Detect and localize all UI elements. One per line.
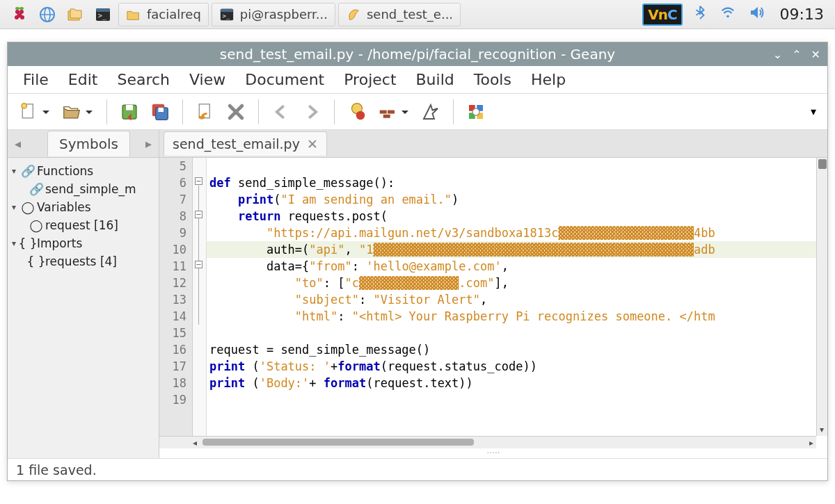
sidebar: ◂ Symbols ▸ ▾🔗Functions 🔗send_simple_m ▾…: [8, 130, 159, 458]
tree-item-requests[interactable]: { }requests [4]: [10, 252, 156, 270]
window-minimize-icon[interactable]: ⌄: [773, 48, 782, 61]
open-file-button[interactable]: [58, 98, 86, 126]
file-manager-icon[interactable]: [63, 3, 88, 26]
run-button[interactable]: [417, 98, 445, 126]
taskbar-task-label: pi@raspberr...: [240, 7, 328, 22]
taskbar-task-geany[interactable]: send_test_e...: [338, 3, 461, 26]
geany-window: send_test_email.py - /home/pi/facial_rec…: [7, 42, 828, 481]
taskbar-task-facialreq[interactable]: facialreq: [118, 3, 209, 26]
volume-icon[interactable]: [748, 4, 766, 24]
menu-view[interactable]: View: [180, 68, 235, 91]
web-browser-icon[interactable]: [35, 3, 60, 26]
status-bar: 1 file saved.: [8, 458, 827, 480]
svg-rect-20: [126, 105, 133, 111]
menu-edit[interactable]: Edit: [58, 68, 108, 91]
build-button[interactable]: [374, 98, 401, 126]
svg-point-6: [19, 7, 24, 10]
sidebar-tab-symbols[interactable]: Symbols: [47, 131, 130, 156]
menu-build[interactable]: Build: [406, 68, 464, 91]
import-group-icon: { }: [22, 236, 34, 250]
horizontal-scrollbar[interactable]: ◂▸: [159, 436, 816, 448]
revert-button[interactable]: [191, 98, 219, 126]
editor-area: send_test_email.py ✕ 5678910111213141516…: [159, 130, 827, 458]
system-taskbar: >_ facialreq >_ pi@raspberr... send_test…: [0, 0, 835, 29]
function-icon: 🔗: [30, 182, 42, 196]
taskbar-task-label: facialreq: [147, 7, 201, 22]
editor-tab[interactable]: send_test_email.py ✕: [164, 131, 327, 156]
menu-tools[interactable]: Tools: [464, 68, 521, 91]
color-chooser-button[interactable]: [462, 98, 490, 126]
variable-group-icon: ◯: [22, 200, 34, 214]
svg-point-4: [20, 15, 24, 19]
window-titlebar[interactable]: send_test_email.py - /home/pi/facial_rec…: [8, 42, 827, 66]
fold-marker-icon[interactable]: −: [195, 177, 202, 185]
menu-file[interactable]: File: [13, 68, 58, 91]
import-icon: { }: [30, 254, 42, 268]
svg-point-34: [472, 108, 479, 115]
wifi-icon[interactable]: [719, 5, 737, 24]
svg-point-3: [15, 15, 19, 19]
sidebar-tab-left-icon[interactable]: ◂: [8, 136, 28, 151]
splitter-handle[interactable]: ·····: [159, 448, 827, 458]
new-file-button[interactable]: [15, 98, 42, 126]
fold-marker-icon[interactable]: −: [195, 211, 202, 218]
toolbar: ▾: [8, 94, 827, 130]
editor-tab-close-icon[interactable]: ✕: [307, 136, 318, 152]
function-group-icon: 🔗: [22, 164, 34, 178]
fold-column[interactable]: − − −: [193, 158, 207, 448]
menu-document[interactable]: Document: [235, 68, 334, 91]
svg-point-26: [356, 111, 365, 120]
sidebar-tab-right-icon[interactable]: ▸: [138, 136, 159, 151]
svg-rect-24: [199, 104, 209, 117]
tree-item-send-simple[interactable]: 🔗send_simple_m: [10, 180, 156, 198]
svg-point-18: [22, 103, 27, 108]
vertical-scrollbar[interactable]: ▾: [816, 158, 827, 436]
svg-rect-27: [380, 110, 387, 113]
fold-marker-icon[interactable]: −: [195, 261, 202, 268]
nav-back-button[interactable]: [267, 98, 295, 126]
svg-text:>_: >_: [222, 11, 230, 19]
taskbar-task-terminal[interactable]: >_ pi@raspberr...: [212, 3, 335, 26]
tree-group-functions[interactable]: ▾🔗Functions: [10, 162, 156, 180]
menu-project[interactable]: Project: [334, 68, 406, 91]
toolbar-overflow-icon[interactable]: ▾: [806, 98, 820, 126]
svg-rect-23: [159, 107, 164, 111]
svg-point-16: [726, 15, 729, 18]
line-number-gutter[interactable]: 5678910111213141516171819: [159, 158, 193, 448]
menu-help[interactable]: Help: [521, 68, 575, 91]
raspberry-menu-icon[interactable]: [7, 3, 32, 26]
menu-bar: File Edit Search View Document Project B…: [8, 66, 827, 94]
svg-point-5: [15, 7, 19, 10]
svg-rect-28: [388, 110, 395, 113]
window-maximize-icon[interactable]: ⌃: [792, 48, 801, 61]
window-close-icon[interactable]: ✕: [811, 48, 820, 61]
save-button[interactable]: [116, 98, 143, 126]
code-editor[interactable]: def send_simple_message(): print("I am s…: [207, 158, 827, 448]
close-file-button[interactable]: [222, 98, 250, 126]
tree-item-request[interactable]: ◯request [16]: [10, 216, 156, 234]
svg-rect-29: [383, 114, 390, 117]
symbol-tree: ▾🔗Functions 🔗send_simple_m ▾◯Variables ◯…: [8, 158, 159, 458]
variable-icon: ◯: [30, 218, 42, 232]
vnc-icon[interactable]: VnC: [642, 3, 682, 26]
bluetooth-icon[interactable]: [692, 3, 708, 26]
nav-forward-button[interactable]: [298, 98, 326, 126]
tree-group-variables[interactable]: ▾◯Variables: [10, 198, 156, 216]
compile-button[interactable]: [343, 98, 371, 126]
editor-tab-label: send_test_email.py: [173, 136, 300, 152]
taskbar-task-label: send_test_e...: [367, 7, 453, 22]
status-message: 1 file saved.: [16, 462, 97, 478]
terminal-icon[interactable]: >_: [90, 3, 116, 26]
taskbar-clock[interactable]: 09:13: [780, 6, 824, 23]
menu-search[interactable]: Search: [107, 68, 180, 91]
tree-group-imports[interactable]: ▾{ }Imports: [10, 234, 156, 252]
save-all-button[interactable]: [146, 98, 174, 126]
svg-text:>_: >_: [98, 12, 107, 20]
window-title: send_test_email.py - /home/pi/facial_rec…: [220, 46, 615, 63]
